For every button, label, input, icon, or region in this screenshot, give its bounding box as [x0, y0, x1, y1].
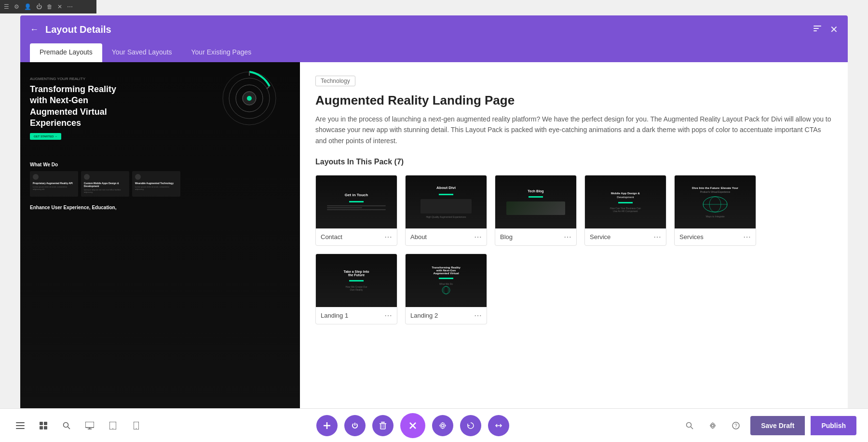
landing1-more-button[interactable]: ⋯: [384, 311, 392, 320]
about-more-button[interactable]: ⋯: [474, 232, 482, 241]
svg-line-9: [267, 86, 270, 89]
layout-thumb-contact[interactable]: Get in Touch Contact ⋯: [315, 175, 397, 246]
section2-title: Enhance User Experience, Education,: [30, 204, 117, 211]
preview-card-2: Custom Mobile Apps Design & Development …: [81, 171, 129, 197]
grid-icon: [40, 422, 47, 429]
landing2-label: Landing 2: [410, 312, 438, 319]
tab-saved-layouts[interactable]: Your Saved Layouts: [102, 43, 182, 62]
mobile-icon: [134, 422, 139, 429]
history-button[interactable]: [460, 415, 481, 436]
desktop-view-button[interactable]: [81, 417, 98, 434]
layout-thumb-landing2[interactable]: Transforming Realitywith Next-GenAugment…: [405, 254, 487, 324]
settings-icon[interactable]: ⚙: [14, 3, 19, 10]
services-more-button[interactable]: ⋯: [743, 232, 751, 241]
back-button[interactable]: ←: [30, 25, 39, 35]
close-icon[interactable]: ✕: [830, 24, 838, 35]
svg-rect-34: [381, 422, 385, 423]
preview-header: AUGMENTING YOUR REALITY Transforming Rea…: [30, 72, 126, 149]
close-top-icon[interactable]: ✕: [57, 3, 62, 10]
preview-section2: Enhance User Experience, Education,: [30, 204, 117, 211]
layout-thumb-landing1[interactable]: Take a Step Intothe Future How We Create…: [315, 254, 397, 324]
contact-more-button[interactable]: ⋯: [384, 232, 392, 241]
help-button[interactable]: ?: [727, 417, 745, 434]
layout-thumb-blog[interactable]: Tech Blog Blog ⋯: [495, 175, 577, 246]
publish-button[interactable]: Publish: [811, 416, 856, 435]
svg-rect-19: [44, 422, 47, 425]
preview-title: Transforming Reality with Next-Gen Augme…: [30, 84, 126, 129]
toolbar-right: ? Save Draft Publish: [681, 416, 856, 435]
landing2-more-button[interactable]: ⋯: [474, 311, 482, 320]
svg-point-14: [444, 286, 448, 294]
history-icon: [467, 422, 475, 429]
delete-center-button[interactable]: [372, 415, 393, 436]
trash-icon-center: [380, 422, 386, 429]
globe-svg: [701, 195, 730, 214]
blog-thumbnail: Tech Blog: [495, 175, 576, 228]
service-label: Service: [590, 233, 610, 241]
service-more-button[interactable]: ⋯: [653, 232, 661, 241]
settings-button-right[interactable]: [704, 417, 721, 434]
search-button-right[interactable]: [681, 417, 698, 434]
help-icon: ?: [732, 422, 740, 429]
search-icon-right: [686, 422, 693, 429]
svg-point-13: [442, 286, 450, 294]
menu-icon[interactable]: ☰: [4, 3, 9, 10]
plus-icon: [323, 421, 331, 430]
preview-cta-button[interactable]: GET STARTED →: [30, 133, 61, 140]
card-2-text: Quisque aliquam est non non tellus facil…: [84, 188, 126, 194]
close-modal-center-button[interactable]: [400, 413, 425, 438]
svg-rect-20: [40, 426, 43, 429]
what-we-do-section: What We Do Proprietary Augmented Reality…: [30, 157, 180, 197]
close-icon-center: [408, 421, 417, 430]
eye-icon: [135, 174, 141, 180]
modal-tabs: Premade Layouts Your Saved Layouts Your …: [20, 43, 848, 62]
more-icon[interactable]: ⋯: [67, 3, 73, 10]
layout-title: Augmented Reality Landing Page: [315, 93, 832, 108]
svg-point-40: [442, 424, 444, 427]
blog-more-button[interactable]: ⋯: [564, 232, 571, 241]
landing1-thumbnail: Take a Step Intothe Future How We Create…: [316, 254, 397, 307]
settings-center-button[interactable]: [432, 415, 453, 436]
tablet-icon: [109, 422, 116, 429]
search-button-left[interactable]: [58, 417, 75, 434]
layout-detail-column: Technology Augmented Reality Landing Pag…: [300, 62, 848, 442]
card-1-title: Proprietary Augmented Reality API: [33, 182, 75, 185]
layout-thumb-service[interactable]: Mobile App Design & Development How Can …: [584, 175, 666, 246]
grid-view-button[interactable]: [35, 417, 52, 434]
search-icon-left: [63, 422, 70, 429]
power-icon[interactable]: ⏻: [36, 3, 42, 10]
hamburger-button[interactable]: [12, 417, 29, 434]
mobile-view-button[interactable]: [127, 417, 145, 434]
svg-point-28: [112, 428, 113, 429]
svg-rect-18: [40, 422, 43, 425]
top-toolbar: ☰ ⚙ 👤 ⏻ 🗑 ✕ ⋯: [0, 0, 96, 13]
tab-premade-layouts[interactable]: Premade Layouts: [30, 43, 102, 62]
preview-cards: Proprietary Augmented Reality API Lorem …: [30, 171, 180, 197]
user-icon[interactable]: 👤: [24, 3, 31, 10]
layout-preview-image: AUGMENTING YOUR REALITY Transforming Rea…: [20, 62, 300, 428]
gear-icon-center: [439, 422, 447, 429]
category-badge: Technology: [315, 76, 355, 86]
add-element-button[interactable]: [316, 415, 338, 436]
svg-line-43: [691, 427, 693, 429]
landing2-thumb-footer: Landing 2 ⋯: [406, 307, 487, 324]
tab-existing-pages[interactable]: Your Existing Pages: [182, 43, 261, 62]
svg-line-23: [68, 427, 70, 429]
layout-thumb-services[interactable]: Dive Into the Future: Elevate Your Produ…: [674, 175, 756, 246]
save-draft-button[interactable]: Save Draft: [750, 416, 805, 435]
svg-text:?: ?: [734, 423, 737, 429]
power-center-button[interactable]: [344, 415, 366, 436]
trash-icon[interactable]: 🗑: [47, 3, 53, 10]
tablet-view-button[interactable]: [104, 417, 122, 434]
layout-description: Are you in the process of launching a ne…: [315, 114, 832, 146]
landing1-label: Landing 1: [321, 312, 348, 319]
layout-thumb-about[interactable]: About Divi High Quality Augmented Experi…: [405, 175, 487, 246]
svg-point-44: [712, 424, 714, 427]
arrows-button[interactable]: [488, 415, 509, 436]
sort-icon[interactable]: [813, 24, 822, 36]
preview-card-3: Wearable Augmented Technology Lorem ipsu…: [132, 171, 180, 197]
svg-rect-17: [16, 428, 25, 429]
desktop-icon: [85, 422, 94, 429]
about-thumbnail: About Divi High Quality Augmented Experi…: [406, 175, 487, 228]
contact-thumbnail: Get in Touch: [316, 175, 397, 228]
